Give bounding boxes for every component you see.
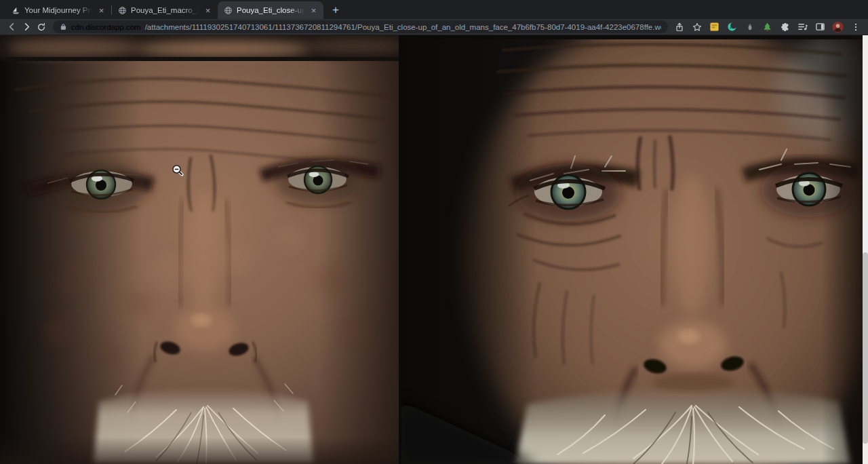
tab-midjourney-profile[interactable]: Your Midjourney Profile × (5, 1, 111, 19)
tab-title: Pouya_Eti_close-up_of_an_ol (237, 6, 304, 14)
extension-yellow-icon[interactable] (709, 21, 720, 33)
midjourney-logo-icon (12, 6, 20, 15)
globe-icon (224, 6, 233, 15)
extension-night-crescent-icon[interactable] (726, 21, 738, 33)
toolbar-right-icons (673, 21, 864, 33)
vertical-scrollbar[interactable] (863, 35, 868, 464)
address-bar[interactable]: cdn.discordapp.com/attachments/111193025… (53, 20, 668, 33)
reading-list-icon[interactable] (797, 21, 808, 33)
tab-macro-photo[interactable]: Pouya_Eti_macro_photo_of_a × (112, 1, 218, 19)
portrait-left[interactable] (0, 35, 399, 464)
image-viewer (0, 35, 868, 464)
forward-button[interactable] (19, 20, 34, 34)
tab-close-up-active[interactable]: Pouya_Eti_close-up_of_an_ol × (218, 1, 323, 19)
scrollbar-thumb[interactable] (863, 252, 868, 444)
side-panel-icon[interactable] (814, 21, 826, 33)
close-icon[interactable]: × (203, 5, 213, 16)
reload-button[interactable] (34, 20, 49, 34)
kebab-menu-icon[interactable] (850, 21, 861, 33)
share-icon[interactable] (673, 21, 685, 33)
portrait-right[interactable] (401, 35, 868, 464)
tab-title: Pouya_Eti_macro_photo_of_a (131, 6, 199, 14)
extension-green-tree-icon[interactable] (762, 21, 773, 33)
back-button[interactable] (4, 20, 19, 34)
tab-strip: Your Midjourney Profile × Pouya_Eti_macr… (0, 0, 868, 19)
profile-avatar[interactable] (832, 21, 844, 33)
url-host: cdn.discordapp.com (71, 23, 141, 31)
browser-toolbar: cdn.discordapp.com/attachments/111193025… (0, 19, 868, 35)
extension-gray-icon[interactable] (744, 21, 755, 33)
extensions-puzzle-icon[interactable] (779, 21, 791, 33)
url-path: /attachments/1111930251740713061/1113736… (145, 23, 661, 31)
new-tab-button[interactable]: + (328, 2, 344, 18)
tab-title: Your Midjourney Profile (24, 6, 92, 14)
bookmark-star-icon[interactable] (691, 21, 703, 33)
globe-icon (118, 6, 127, 15)
lock-icon (60, 23, 67, 31)
close-icon[interactable]: × (96, 5, 106, 16)
close-icon[interactable]: × (309, 5, 319, 16)
